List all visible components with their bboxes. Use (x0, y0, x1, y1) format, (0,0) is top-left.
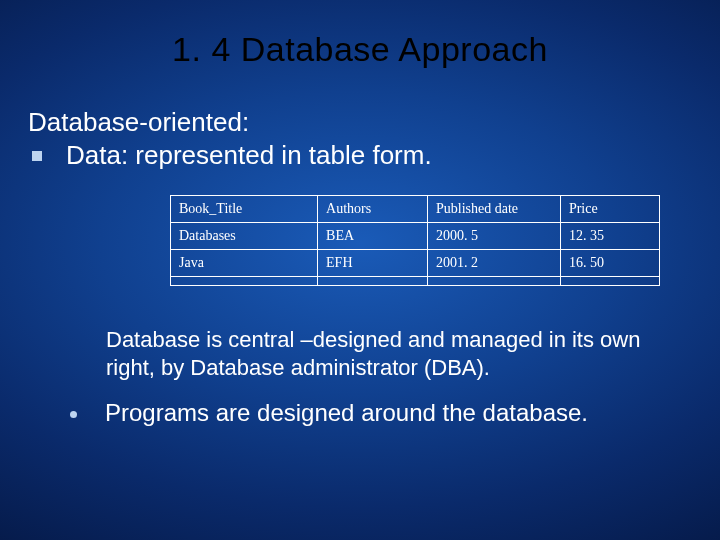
bullet-row: Data: represented in table form. (28, 140, 692, 171)
table-header-cell: Authors (318, 196, 428, 223)
table-cell: Databases (171, 223, 318, 250)
table-header-row: Book_Title Authors Published date Price (171, 196, 660, 223)
data-table: Book_Title Authors Published date Price … (170, 195, 660, 286)
table-row: Java EFH 2001. 2 16. 50 (171, 250, 660, 277)
table-cell: EFH (318, 250, 428, 277)
table-cell: 2000. 5 (427, 223, 560, 250)
subtitle-line-1: Database-oriented: (28, 107, 692, 138)
paragraph-text: Database is central –designed and manage… (106, 326, 692, 381)
table-spacer-row (171, 277, 660, 286)
table-header-cell: Published date (427, 196, 560, 223)
table-cell: 16. 50 (560, 250, 659, 277)
square-bullet-icon (32, 151, 42, 161)
slide-body: Database-oriented: Data: represented in … (0, 69, 720, 427)
bullet-text: Programs are designed around the databas… (105, 399, 588, 427)
slide-title: 1. 4 Database Approach (0, 0, 720, 69)
table-cell: Java (171, 250, 318, 277)
table-row: Databases BEA 2000. 5 12. 35 (171, 223, 660, 250)
subtitle-line-2: Data: represented in table form. (66, 140, 432, 171)
disc-bullet-icon (70, 411, 77, 418)
slide: 1. 4 Database Approach Database-oriented… (0, 0, 720, 540)
bullet-item: Programs are designed around the databas… (70, 399, 692, 427)
table-header-cell: Price (560, 196, 659, 223)
table-cell: BEA (318, 223, 428, 250)
table-cell: 12. 35 (560, 223, 659, 250)
table-cell: 2001. 2 (427, 250, 560, 277)
table-header-cell: Book_Title (171, 196, 318, 223)
